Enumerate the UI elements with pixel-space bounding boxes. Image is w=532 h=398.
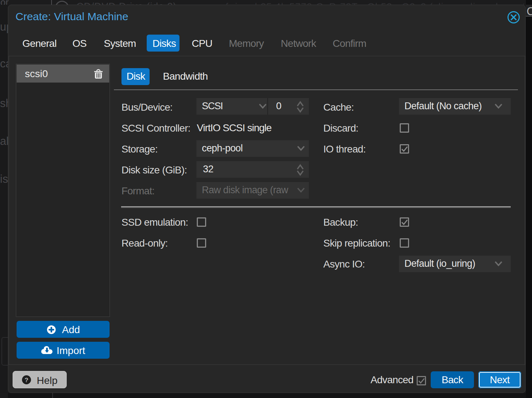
svg-text:?: ? <box>25 377 28 384</box>
